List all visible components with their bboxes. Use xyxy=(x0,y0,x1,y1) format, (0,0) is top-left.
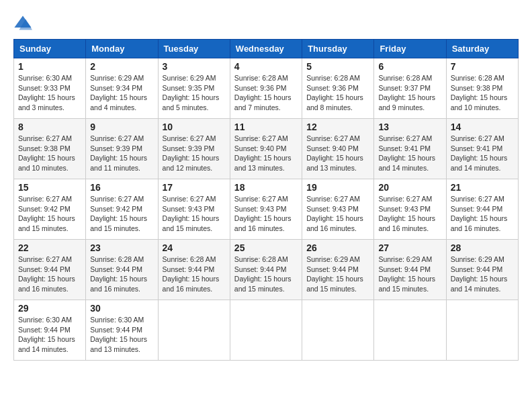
daylight-label: Daylight: 15 hours and 3 minutes. xyxy=(18,93,75,111)
column-header-thursday: Thursday xyxy=(302,40,374,58)
day-info: Sunrise: 6:29 AM Sunset: 9:34 PM Dayligh… xyxy=(90,73,153,113)
sunrise-label: Sunrise: 6:27 AM xyxy=(90,195,144,203)
sunrise-label: Sunrise: 6:28 AM xyxy=(451,74,504,82)
calendar-cell: 16 Sunrise: 6:27 AM Sunset: 9:42 PM Dayl… xyxy=(86,179,158,240)
calendar-cell: 29 Sunrise: 6:30 AM Sunset: 9:44 PM Dayl… xyxy=(14,300,86,361)
daylight-label: Daylight: 15 hours and 11 minutes. xyxy=(90,154,147,172)
day-info: Sunrise: 6:27 AM Sunset: 9:42 PM Dayligh… xyxy=(18,194,81,234)
sunset-label: Sunset: 9:44 PM xyxy=(18,265,71,273)
calendar-cell: 6 Sunrise: 6:28 AM Sunset: 9:37 PM Dayli… xyxy=(374,58,446,119)
sunrise-label: Sunrise: 6:27 AM xyxy=(18,195,72,203)
day-info: Sunrise: 6:27 AM Sunset: 9:39 PM Dayligh… xyxy=(163,134,226,173)
sunrise-label: Sunrise: 6:27 AM xyxy=(18,255,72,263)
calendar-cell: 14 Sunrise: 6:27 AM Sunset: 9:41 PM Dayl… xyxy=(446,119,518,179)
calendar-cell: 10 Sunrise: 6:27 AM Sunset: 9:39 PM Dayl… xyxy=(158,119,230,179)
column-header-wednesday: Wednesday xyxy=(230,40,302,58)
day-info: Sunrise: 6:27 AM Sunset: 9:40 PM Dayligh… xyxy=(306,134,369,173)
day-info: Sunrise: 6:28 AM Sunset: 9:44 PM Dayligh… xyxy=(163,255,226,294)
day-number: 13 xyxy=(378,122,441,132)
day-info: Sunrise: 6:27 AM Sunset: 9:43 PM Dayligh… xyxy=(234,194,298,234)
daylight-label: Daylight: 15 hours and 5 minutes. xyxy=(163,93,220,111)
day-number: 3 xyxy=(163,61,226,72)
day-info: Sunrise: 6:27 AM Sunset: 9:41 PM Dayligh… xyxy=(451,134,514,173)
sunset-label: Sunset: 9:43 PM xyxy=(163,205,215,213)
sunrise-label: Sunrise: 6:29 AM xyxy=(306,255,360,263)
column-header-monday: Monday xyxy=(86,40,158,58)
sunrise-label: Sunrise: 6:27 AM xyxy=(163,134,216,142)
sunset-label: Sunset: 9:44 PM xyxy=(234,265,287,273)
daylight-label: Daylight: 15 hours and 15 minutes. xyxy=(18,214,75,232)
sunset-label: Sunset: 9:44 PM xyxy=(90,326,142,334)
daylight-label: Daylight: 15 hours and 16 minutes. xyxy=(306,214,363,232)
calendar-cell: 1 Sunrise: 6:30 AM Sunset: 9:33 PM Dayli… xyxy=(14,58,86,119)
calendar-cell: 25 Sunrise: 6:28 AM Sunset: 9:44 PM Dayl… xyxy=(230,240,302,300)
sunset-label: Sunset: 9:41 PM xyxy=(378,144,431,152)
calendar-cell: 20 Sunrise: 6:27 AM Sunset: 9:43 PM Dayl… xyxy=(374,179,446,240)
sunrise-label: Sunrise: 6:29 AM xyxy=(90,74,144,82)
sunrise-label: Sunrise: 6:28 AM xyxy=(378,74,432,82)
sunrise-label: Sunrise: 6:27 AM xyxy=(306,134,360,142)
day-number: 14 xyxy=(451,122,514,132)
day-number: 5 xyxy=(306,61,369,72)
sunset-label: Sunset: 9:44 PM xyxy=(163,265,215,273)
sunset-label: Sunset: 9:44 PM xyxy=(451,205,503,213)
sunrise-label: Sunrise: 6:29 AM xyxy=(451,255,504,263)
day-info: Sunrise: 6:27 AM Sunset: 9:42 PM Dayligh… xyxy=(90,194,153,234)
sunrise-label: Sunrise: 6:29 AM xyxy=(378,255,432,263)
sunset-label: Sunset: 9:36 PM xyxy=(234,84,287,92)
day-number: 29 xyxy=(18,303,81,314)
day-info: Sunrise: 6:27 AM Sunset: 9:39 PM Dayligh… xyxy=(90,134,153,173)
day-number: 2 xyxy=(90,61,153,72)
daylight-label: Daylight: 15 hours and 14 minutes. xyxy=(18,335,75,353)
calendar-cell: 11 Sunrise: 6:27 AM Sunset: 9:40 PM Dayl… xyxy=(230,119,302,179)
daylight-label: Daylight: 15 hours and 10 minutes. xyxy=(451,93,508,111)
day-info: Sunrise: 6:27 AM Sunset: 9:44 PM Dayligh… xyxy=(18,255,81,294)
calendar-cell: 21 Sunrise: 6:27 AM Sunset: 9:44 PM Dayl… xyxy=(446,179,518,240)
daylight-label: Daylight: 15 hours and 14 minutes. xyxy=(451,154,508,172)
day-info: Sunrise: 6:28 AM Sunset: 9:37 PM Dayligh… xyxy=(378,73,441,113)
sunrise-label: Sunrise: 6:27 AM xyxy=(451,134,504,142)
daylight-label: Daylight: 15 hours and 16 minutes. xyxy=(163,275,220,293)
day-number: 12 xyxy=(306,122,369,132)
sunrise-label: Sunrise: 6:28 AM xyxy=(234,255,288,263)
calendar-cell: 24 Sunrise: 6:28 AM Sunset: 9:44 PM Dayl… xyxy=(158,240,230,300)
calendar-cell: 27 Sunrise: 6:29 AM Sunset: 9:44 PM Dayl… xyxy=(374,240,446,300)
sunrise-label: Sunrise: 6:27 AM xyxy=(451,195,504,203)
day-info: Sunrise: 6:27 AM Sunset: 9:43 PM Dayligh… xyxy=(378,194,441,234)
daylight-label: Daylight: 15 hours and 4 minutes. xyxy=(90,93,147,111)
day-info: Sunrise: 6:28 AM Sunset: 9:36 PM Dayligh… xyxy=(306,73,369,113)
calendar-cell: 2 Sunrise: 6:29 AM Sunset: 9:34 PM Dayli… xyxy=(86,58,158,119)
day-info: Sunrise: 6:28 AM Sunset: 9:44 PM Dayligh… xyxy=(234,255,298,294)
day-number: 17 xyxy=(163,182,226,193)
sunset-label: Sunset: 9:43 PM xyxy=(378,205,431,213)
daylight-label: Daylight: 15 hours and 13 minutes. xyxy=(90,335,147,353)
sunset-label: Sunset: 9:43 PM xyxy=(306,205,359,213)
week-row-1: 1 Sunrise: 6:30 AM Sunset: 9:33 PM Dayli… xyxy=(14,58,519,119)
sunrise-label: Sunrise: 6:27 AM xyxy=(234,195,288,203)
sunset-label: Sunset: 9:38 PM xyxy=(18,144,71,152)
day-number: 1 xyxy=(18,61,81,72)
sunset-label: Sunset: 9:35 PM xyxy=(163,84,215,92)
day-number: 10 xyxy=(163,122,226,132)
calendar-cell: 7 Sunrise: 6:28 AM Sunset: 9:38 PM Dayli… xyxy=(446,58,518,119)
day-number: 28 xyxy=(451,242,514,253)
calendar-cell: 28 Sunrise: 6:29 AM Sunset: 9:44 PM Dayl… xyxy=(446,240,518,300)
sunrise-label: Sunrise: 6:28 AM xyxy=(306,74,360,82)
calendar-cell xyxy=(158,300,230,361)
week-row-3: 15 Sunrise: 6:27 AM Sunset: 9:42 PM Dayl… xyxy=(14,179,519,240)
day-info: Sunrise: 6:30 AM Sunset: 9:44 PM Dayligh… xyxy=(90,315,153,355)
logo xyxy=(13,13,38,32)
calendar-cell: 23 Sunrise: 6:28 AM Sunset: 9:44 PM Dayl… xyxy=(86,240,158,300)
day-info: Sunrise: 6:29 AM Sunset: 9:35 PM Dayligh… xyxy=(163,73,226,113)
day-info: Sunrise: 6:27 AM Sunset: 9:43 PM Dayligh… xyxy=(306,194,369,234)
calendar-cell xyxy=(302,300,374,361)
sunset-label: Sunset: 9:44 PM xyxy=(18,326,71,334)
sunset-label: Sunset: 9:44 PM xyxy=(90,265,142,273)
daylight-label: Daylight: 15 hours and 16 minutes. xyxy=(378,214,435,232)
day-number: 18 xyxy=(234,182,298,193)
daylight-label: Daylight: 15 hours and 13 minutes. xyxy=(234,154,292,172)
daylight-label: Daylight: 15 hours and 13 minutes. xyxy=(306,154,363,172)
sunset-label: Sunset: 9:34 PM xyxy=(90,84,142,92)
calendar-cell: 18 Sunrise: 6:27 AM Sunset: 9:43 PM Dayl… xyxy=(230,179,302,240)
day-number: 11 xyxy=(234,122,298,132)
